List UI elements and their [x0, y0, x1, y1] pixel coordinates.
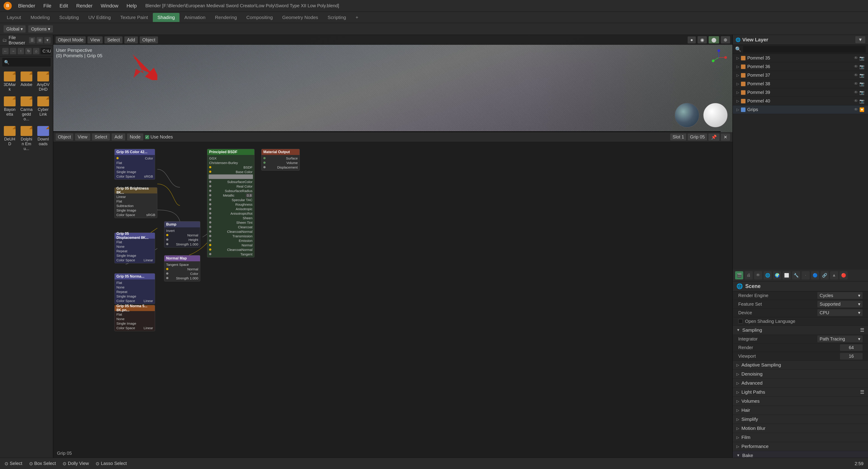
node-normal-map[interactable]: Normal Map Tangent Space Normal Color St… — [164, 255, 200, 282]
toolbar-options[interactable]: Options ▾ — [28, 25, 53, 33]
visibility-icon-pommel40[interactable]: 👁 — [854, 99, 858, 104]
filter-icon-grips[interactable]: 🔽 — [860, 107, 864, 112]
tab-layout[interactable]: Layout — [2, 13, 26, 22]
use-nodes-toggle[interactable]: ✓ Use Nodes — [145, 135, 173, 140]
render-engine-dropdown[interactable]: Cycles ▾ — [817, 292, 863, 299]
nav-back-btn[interactable]: ← — [2, 48, 8, 54]
tab-compositing[interactable]: Compositing — [242, 13, 277, 22]
node-add-btn[interactable]: Add — [112, 134, 125, 141]
menu-render[interactable]: Render — [74, 2, 94, 10]
props-tab-output[interactable]: 🖨 — [745, 271, 753, 280]
outliner-item-pommel40[interactable]: ▷ Pommel 40 👁 📷 — [733, 97, 868, 106]
props-tab-physics[interactable]: 🔵 — [811, 271, 819, 280]
tab-animation[interactable]: Animation — [180, 13, 210, 22]
nav-up-btn[interactable]: ↑ — [18, 48, 24, 54]
menu-blender[interactable]: Blender — [16, 2, 37, 10]
select-btn[interactable]: Select — [104, 36, 123, 43]
viewport-shading-solid[interactable]: ● — [688, 36, 696, 43]
mode-dropdown[interactable]: Object Mode — [56, 36, 86, 43]
props-tab-particles[interactable]: · — [802, 271, 810, 280]
outliner-item-pommel37[interactable]: ▷ Pommel 37 👁 📷 — [733, 71, 868, 80]
motion-blur-header[interactable]: ▷ Motion Blur — [733, 424, 868, 433]
menu-window[interactable]: Window — [99, 2, 120, 10]
viewport-shading-rendered[interactable]: ⬤ — [709, 36, 719, 43]
tab-rendering[interactable]: Rendering — [211, 13, 241, 22]
film-header[interactable]: ▷ Film — [733, 433, 868, 442]
node-normal-texture[interactable]: Grip 05 Norma... Flat None Repeat Single… — [114, 273, 155, 304]
outliner-filter-btn[interactable]: ▼ — [855, 36, 865, 43]
node-principled-bsdf[interactable]: Principled BSDF GGX Christensen-Burley B… — [207, 149, 254, 258]
node-node-btn[interactable]: Node — [127, 134, 143, 141]
visibility-icon-pommel39[interactable]: 👁 — [854, 90, 858, 95]
menu-edit[interactable]: Edit — [58, 2, 70, 10]
node-select-btn[interactable]: Select — [92, 134, 110, 141]
file-item-anydvdhd[interactable]: AnyDVDHD — [36, 70, 51, 93]
file-item-dolphin[interactable]: Dolphin Emu... — [19, 125, 34, 152]
outliner-item-grips[interactable]: ▷ Grips 👁 🔽 — [733, 106, 868, 114]
outliner-item-pommel35[interactable]: ▷ Pommel 35 👁 📷 — [733, 54, 868, 62]
tab-scripting[interactable]: Scripting — [323, 13, 350, 22]
file-item-deuhd[interactable]: DeUHD — [2, 125, 17, 152]
app-logo[interactable]: B — [4, 2, 12, 10]
node-close-btn[interactable]: ✕ — [721, 134, 730, 141]
hair-header[interactable]: ▷ Hair — [733, 406, 868, 415]
view-list-btn[interactable]: ☰ — [29, 37, 35, 43]
slot-dropdown[interactable]: Slot 1 — [670, 134, 686, 141]
integrator-dropdown[interactable]: Path Tracing ▾ — [817, 335, 863, 342]
tab-shading[interactable]: Shading — [153, 13, 179, 22]
material-dropdown[interactable]: Grip 05 — [688, 134, 707, 141]
outliner-item-pommel36[interactable]: ▷ Pommel 36 👁 📷 — [733, 62, 868, 71]
advanced-header[interactable]: ▷ Advanced — [733, 379, 868, 388]
visibility-icon-pommel35[interactable]: 👁 — [854, 56, 858, 60]
light-paths-header[interactable]: ▷ Light Paths ☰ — [733, 388, 868, 397]
props-tab-data[interactable]: ▲ — [830, 271, 838, 280]
tab-geometry-nodes[interactable]: Geometry Nodes — [278, 13, 323, 22]
feature-set-dropdown[interactable]: Supported ▾ — [817, 301, 863, 307]
sampling-menu-btn[interactable]: ☰ — [860, 327, 864, 333]
denoising-header[interactable]: ▷ Denoising — [733, 370, 868, 379]
render-icon-pommel36[interactable]: 📷 — [860, 64, 864, 69]
path-bar[interactable]: C:\Users\Jose_\Docu... — [41, 48, 51, 54]
tab-sculpting[interactable]: Sculpting — [55, 13, 83, 22]
node-mode-dropdown[interactable]: Object — [56, 134, 73, 141]
performance-header[interactable]: ▷ Performance — [733, 442, 868, 451]
viewport-shading-material[interactable]: ◉ — [698, 36, 707, 43]
navigation-gizmo[interactable] — [710, 49, 728, 66]
viewport-node-divider[interactable] — [53, 131, 721, 132]
outliner-item-pommel39[interactable]: ▷ Pommel 39 👁 📷 — [733, 88, 868, 97]
node-brightness[interactable]: Grip 05 Brightness 8K... Linear Flat Sub… — [114, 187, 157, 218]
device-dropdown[interactable]: CPU ▾ — [817, 309, 863, 316]
render-icon-pommel35[interactable]: 📷 — [860, 56, 864, 61]
view-btn[interactable]: View — [88, 36, 103, 43]
render-icon-pommel40[interactable]: 📷 — [860, 99, 864, 104]
outliner-search-input[interactable] — [743, 46, 866, 53]
node-pin-btn[interactable]: 📌 — [708, 134, 719, 141]
toolbar-global-dropdown[interactable]: Global ▾ — [4, 25, 26, 33]
viewport-overlay-toggle[interactable]: ⊕ — [721, 36, 730, 43]
props-tab-constraints[interactable]: 🔗 — [820, 271, 829, 280]
tab-uv-editing[interactable]: UV Editing — [84, 13, 115, 22]
viewport-samples-value[interactable]: 16 — [840, 353, 863, 359]
file-item-carmageddo[interactable]: Carmageddo... — [19, 95, 34, 123]
node-view-btn[interactable]: View — [75, 134, 90, 141]
node-color-texture[interactable]: Grip 05 Color 42... Color Flat None Sing… — [114, 149, 155, 180]
node-orange-texture[interactable]: Grip 05 Norma 5... 8K.pn... Flat None Si… — [114, 305, 155, 331]
props-tab-material[interactable]: 🔴 — [839, 271, 848, 280]
render-icon-pommel38[interactable]: 📷 — [860, 82, 864, 86]
object-btn[interactable]: Object — [140, 36, 158, 43]
render-icon-pommel37[interactable]: 📷 — [860, 73, 864, 78]
nav-home-btn[interactable]: ⌂ — [33, 48, 39, 54]
menu-help[interactable]: Help — [125, 2, 138, 10]
tab-add[interactable]: + — [351, 13, 363, 22]
visibility-icon-grips[interactable]: 👁 — [854, 107, 858, 112]
render-samples-value[interactable]: 64 — [840, 344, 863, 351]
osl-checkbox[interactable] — [738, 319, 743, 324]
add-btn[interactable]: Add — [124, 36, 138, 43]
visibility-icon-pommel38[interactable]: 👁 — [854, 82, 858, 86]
bake-section-header[interactable]: ▼ Bake — [733, 451, 868, 458]
props-tab-modifiers[interactable]: 🔧 — [792, 271, 800, 280]
nav-refresh-btn[interactable]: ↻ — [25, 48, 32, 54]
node-bump[interactable]: Bump Invert Normal Height Strength 1.000 — [164, 221, 200, 247]
node-displacement-texture[interactable]: Grip 05 Displacement 8K... Flat None Rep… — [114, 233, 155, 263]
props-tab-scene[interactable]: 🌐 — [764, 271, 772, 280]
